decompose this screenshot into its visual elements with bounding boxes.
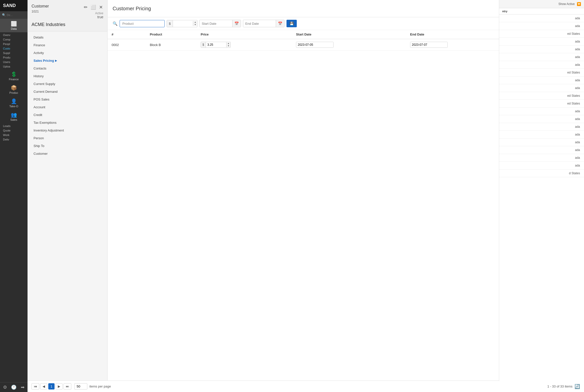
nav-item-sales-pricing[interactable]: Sales Pricing bbox=[28, 57, 107, 64]
content-title: Customer Pricing bbox=[113, 6, 151, 12]
sidebar-subitem-delivery[interactable]: Deliv bbox=[2, 137, 26, 142]
right-list-item[interactable]: ada bbox=[499, 84, 584, 92]
start-date-cell-input[interactable] bbox=[296, 42, 334, 48]
nav-item-tax-exemptions[interactable]: Tax Exemptions bbox=[28, 119, 107, 126]
sidebar-item-sales[interactable]: 👥 Sales bbox=[0, 110, 28, 123]
nav-item-credit[interactable]: Credit bbox=[28, 111, 107, 119]
settings-icon[interactable]: ⚙ bbox=[3, 384, 7, 390]
sidebar-search-wrapper: 🔍 bbox=[0, 11, 28, 19]
right-list-item[interactable]: ed States bbox=[499, 92, 584, 100]
sidebar-subitem-overview[interactable]: Overv bbox=[2, 33, 26, 37]
nav-item-details[interactable]: Details bbox=[28, 34, 107, 41]
nav-item-person[interactable]: Person bbox=[28, 134, 107, 142]
refresh-button[interactable]: 🔄 bbox=[574, 384, 580, 389]
detail-panel: Customer 1021 ✏ ⬜ ✕ Active true bbox=[28, 0, 108, 392]
right-list-item[interactable]: ada bbox=[499, 108, 584, 115]
nav-item-contacts[interactable]: Contacts bbox=[28, 64, 107, 72]
nav-item-current-supply[interactable]: Current Supply bbox=[28, 80, 107, 88]
right-list-item[interactable]: ada bbox=[499, 131, 584, 138]
save-toolbar-button[interactable]: 💾 bbox=[286, 20, 297, 27]
sidebar-subitem-comp[interactable]: Comp bbox=[2, 37, 26, 42]
right-list-item[interactable]: ada bbox=[499, 162, 584, 170]
nav-item-finance[interactable]: Finance bbox=[28, 41, 107, 49]
detail-actions: ✏ ⬜ ✕ bbox=[83, 4, 103, 10]
start-date-wrapper: 📅 bbox=[199, 20, 241, 27]
sidebar-logo: SAND bbox=[0, 0, 28, 11]
right-list-item[interactable]: ada bbox=[499, 61, 584, 69]
save-icon: 💾 bbox=[289, 22, 294, 26]
close-button[interactable]: ✕ bbox=[99, 4, 103, 10]
right-list-item[interactable]: ed States bbox=[499, 30, 584, 38]
items-count: 1 - 33 of 33 items bbox=[547, 384, 572, 388]
sidebar-subitem-work[interactable]: Work bbox=[2, 133, 26, 137]
nav-item-inventory-adjustment[interactable]: Inventory Adjustment bbox=[28, 126, 107, 134]
right-list-item[interactable]: ada bbox=[499, 14, 584, 22]
end-date-calendar-icon[interactable]: 📅 bbox=[276, 20, 284, 27]
nav-item-current-demand[interactable]: Current Demand bbox=[28, 88, 107, 96]
search-icon: 🔍 bbox=[2, 13, 6, 17]
product-search-input[interactable] bbox=[120, 20, 165, 27]
right-list-item[interactable]: ada bbox=[499, 138, 584, 146]
background-list: Customer 1021 ✏ ⬜ ✕ Active true bbox=[28, 0, 584, 392]
price-cell-up-button[interactable]: ▲ bbox=[226, 42, 230, 45]
price-cell-input[interactable] bbox=[206, 42, 226, 48]
sidebar-subitem-supply[interactable]: Suppl bbox=[2, 51, 26, 55]
start-date-calendar-icon[interactable]: 📅 bbox=[232, 20, 241, 27]
row-start-date-cell: 📅 bbox=[292, 39, 406, 50]
nav-item-account[interactable]: Account bbox=[28, 103, 107, 111]
sidebar-item-takeout[interactable]: 👤 Take-O bbox=[0, 96, 28, 110]
right-list-item[interactable]: ada bbox=[499, 22, 584, 30]
sidebar-subitem-people[interactable]: Peopl bbox=[2, 42, 26, 46]
sidebar-subitem-quotes[interactable]: Quote bbox=[2, 128, 26, 133]
sidebar-data-subnav: Overv Comp Peopl Custo Suppl Produ Users… bbox=[0, 32, 28, 69]
exit-icon[interactable]: ➡ bbox=[21, 384, 25, 390]
modal-overlay: Customer 1021 ✏ ⬜ ✕ Active true bbox=[28, 0, 584, 392]
sidebar-subitem-products[interactable]: Produ bbox=[2, 55, 26, 60]
right-list-item[interactable]: ada bbox=[499, 154, 584, 162]
right-list-item[interactable]: ada bbox=[499, 146, 584, 154]
sidebar-subitem-leads[interactable]: Leads bbox=[2, 124, 26, 128]
detail-header: Customer 1021 ✏ ⬜ ✕ Active true bbox=[28, 0, 107, 32]
row-product: Block B bbox=[146, 39, 197, 50]
maximize-button[interactable]: ⬜ bbox=[90, 4, 97, 10]
nav-item-history[interactable]: History bbox=[28, 72, 107, 80]
sidebar-item-data[interactable]: ⬜ Data bbox=[0, 19, 28, 32]
sidebar-subitem-users[interactable]: Users bbox=[2, 60, 26, 64]
sidebar-subitem-upload[interactable]: Uploa bbox=[2, 64, 26, 69]
filter-icon[interactable]: 🔽 bbox=[577, 2, 581, 6]
right-list-item[interactable]: ada bbox=[499, 46, 584, 53]
edit-button[interactable]: ✏ bbox=[83, 4, 88, 10]
detail-status: Active true bbox=[95, 12, 103, 19]
sidebar-item-products[interactable]: 📦 Produc bbox=[0, 83, 28, 96]
right-list-item[interactable]: ada bbox=[499, 53, 584, 61]
right-list-item[interactable]: ada bbox=[499, 123, 584, 131]
right-list-item[interactable]: ada bbox=[499, 76, 584, 84]
right-list-item[interactable]: ada bbox=[499, 115, 584, 123]
detail-title-section: Customer 1021 bbox=[32, 4, 49, 13]
sidebar-subitem-customer[interactable]: Custo bbox=[2, 46, 26, 51]
price-up-button[interactable]: ▲ bbox=[193, 21, 197, 24]
price-cell-down-button[interactable]: ▼ bbox=[226, 45, 230, 47]
clock-icon[interactable]: 🕐 bbox=[11, 384, 17, 390]
right-list-item[interactable]: ed States bbox=[499, 100, 584, 108]
start-date-input[interactable] bbox=[200, 20, 232, 27]
products-icon: 📦 bbox=[11, 85, 17, 91]
toolbar-search-icon: 🔍 bbox=[113, 21, 118, 26]
sidebar-item-finance[interactable]: 💲 Finance bbox=[0, 69, 28, 83]
show-active-label: Show Active bbox=[558, 2, 575, 6]
right-list-header: Show Active 🔽 bbox=[499, 0, 584, 8]
nav-item-activity[interactable]: Activity bbox=[28, 49, 107, 57]
nav-item-customer[interactable]: Customer bbox=[28, 150, 107, 158]
search-input[interactable] bbox=[7, 14, 26, 16]
price-filter-input[interactable] bbox=[173, 20, 193, 27]
right-list-item[interactable]: ed States bbox=[499, 69, 584, 76]
end-date-input[interactable] bbox=[243, 20, 276, 27]
price-down-button[interactable]: ▼ bbox=[193, 24, 197, 26]
pagination-footer: ⏮ ◀ 1 ▶ ⏭ 10 25 50 100 bbox=[108, 380, 584, 392]
end-date-cell-input[interactable] bbox=[410, 42, 448, 48]
nav-item-ship-to[interactable]: Ship To bbox=[28, 142, 107, 150]
col-header-product: Product bbox=[146, 30, 197, 39]
right-list-item[interactable]: ada bbox=[499, 38, 584, 46]
right-list-item[interactable]: d States bbox=[499, 170, 584, 177]
nav-item-pos-sales[interactable]: POS Sales bbox=[28, 96, 107, 103]
